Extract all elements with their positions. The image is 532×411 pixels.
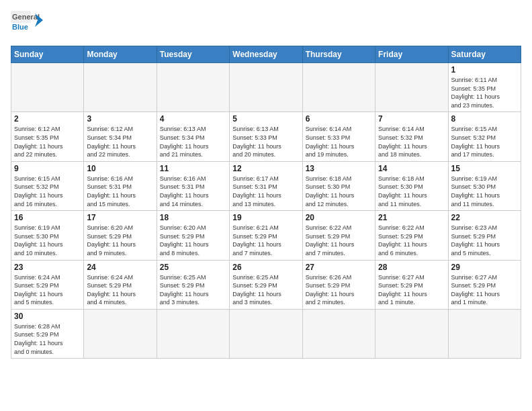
day-number: 20 xyxy=(306,213,372,222)
calendar-week-row: 30Sunrise: 6:28 AM Sunset: 5:29 PM Dayli… xyxy=(11,309,521,358)
day-info: Sunrise: 6:17 AM Sunset: 5:31 PM Dayligh… xyxy=(232,175,299,208)
day-number: 29 xyxy=(451,263,518,272)
day-info: Sunrise: 6:22 AM Sunset: 5:29 PM Dayligh… xyxy=(378,224,445,257)
calendar-cell: 13Sunrise: 6:18 AM Sunset: 5:30 PM Dayli… xyxy=(302,161,375,210)
day-number: 6 xyxy=(306,114,372,124)
calendar-week-row: 23Sunrise: 6:24 AM Sunset: 5:29 PM Dayli… xyxy=(11,260,521,309)
calendar-cell: 21Sunrise: 6:22 AM Sunset: 5:29 PM Dayli… xyxy=(375,211,448,260)
day-number: 28 xyxy=(378,263,445,272)
day-number: 24 xyxy=(87,263,153,272)
day-info: Sunrise: 6:16 AM Sunset: 5:31 PM Dayligh… xyxy=(160,175,226,208)
calendar-cell: 3Sunrise: 6:12 AM Sunset: 5:34 PM Daylig… xyxy=(84,112,157,161)
day-info: Sunrise: 6:11 AM Sunset: 5:35 PM Dayligh… xyxy=(451,76,518,109)
calendar-cell: 27Sunrise: 6:26 AM Sunset: 5:29 PM Dayli… xyxy=(302,260,375,309)
calendar-cell: 26Sunrise: 6:25 AM Sunset: 5:29 PM Dayli… xyxy=(230,260,302,309)
calendar-cell xyxy=(448,309,521,358)
calendar-cell xyxy=(84,309,157,358)
day-number: 27 xyxy=(306,263,372,272)
day-info: Sunrise: 6:19 AM Sunset: 5:30 PM Dayligh… xyxy=(451,175,518,208)
day-number: 4 xyxy=(160,114,226,124)
calendar-cell: 22Sunrise: 6:23 AM Sunset: 5:29 PM Dayli… xyxy=(448,211,521,260)
day-number: 9 xyxy=(14,164,81,173)
day-number: 22 xyxy=(451,213,518,222)
calendar-cell: 17Sunrise: 6:20 AM Sunset: 5:29 PM Dayli… xyxy=(84,211,157,260)
day-info: Sunrise: 6:25 AM Sunset: 5:29 PM Dayligh… xyxy=(160,273,226,307)
day-number: 7 xyxy=(378,114,445,124)
day-info: Sunrise: 6:27 AM Sunset: 5:29 PM Dayligh… xyxy=(451,273,518,307)
header: General Blue xyxy=(11,11,521,38)
calendar-cell: 19Sunrise: 6:21 AM Sunset: 5:29 PM Dayli… xyxy=(230,211,302,260)
day-number: 30 xyxy=(14,312,81,321)
calendar-cell: 23Sunrise: 6:24 AM Sunset: 5:29 PM Dayli… xyxy=(11,260,84,309)
day-info: Sunrise: 6:12 AM Sunset: 5:34 PM Dayligh… xyxy=(87,125,153,158)
calendar-cell: 4Sunrise: 6:13 AM Sunset: 5:34 PM Daylig… xyxy=(157,112,229,161)
day-info: Sunrise: 6:20 AM Sunset: 5:29 PM Dayligh… xyxy=(160,224,226,257)
calendar-cell xyxy=(11,63,84,112)
calendar-cell: 6Sunrise: 6:14 AM Sunset: 5:33 PM Daylig… xyxy=(302,112,375,161)
logo: General Blue xyxy=(11,11,43,38)
day-number: 14 xyxy=(378,164,445,173)
day-info: Sunrise: 6:24 AM Sunset: 5:29 PM Dayligh… xyxy=(87,273,153,307)
day-number: 25 xyxy=(160,263,226,272)
day-info: Sunrise: 6:23 AM Sunset: 5:29 PM Dayligh… xyxy=(451,224,518,257)
weekday-friday: Friday xyxy=(375,46,448,63)
calendar-cell: 8Sunrise: 6:15 AM Sunset: 5:32 PM Daylig… xyxy=(448,112,521,161)
day-info: Sunrise: 6:28 AM Sunset: 5:29 PM Dayligh… xyxy=(14,322,81,356)
calendar-cell: 15Sunrise: 6:19 AM Sunset: 5:30 PM Dayli… xyxy=(448,161,521,210)
day-number: 16 xyxy=(14,213,81,222)
calendar-cell xyxy=(302,63,375,112)
day-info: Sunrise: 6:12 AM Sunset: 5:35 PM Dayligh… xyxy=(14,125,81,158)
day-number: 8 xyxy=(451,114,518,124)
day-number: 10 xyxy=(87,164,153,173)
weekday-header-row: SundayMondayTuesdayWednesdayThursdayFrid… xyxy=(11,46,521,63)
calendar-cell: 7Sunrise: 6:14 AM Sunset: 5:32 PM Daylig… xyxy=(375,112,448,161)
day-number: 2 xyxy=(14,114,81,124)
day-number: 3 xyxy=(87,114,153,124)
calendar-cell: 28Sunrise: 6:27 AM Sunset: 5:29 PM Dayli… xyxy=(375,260,448,309)
calendar-week-row: 9Sunrise: 6:15 AM Sunset: 5:32 PM Daylig… xyxy=(11,161,521,210)
calendar-cell xyxy=(157,309,229,358)
day-info: Sunrise: 6:26 AM Sunset: 5:29 PM Dayligh… xyxy=(306,273,372,307)
day-number: 21 xyxy=(378,213,445,222)
day-number: 19 xyxy=(232,213,299,222)
calendar-week-row: 1Sunrise: 6:11 AM Sunset: 5:35 PM Daylig… xyxy=(11,63,521,112)
weekday-thursday: Thursday xyxy=(302,46,375,63)
calendar-cell xyxy=(157,63,229,112)
day-number: 18 xyxy=(160,213,226,222)
day-number: 17 xyxy=(87,213,153,222)
calendar-cell: 25Sunrise: 6:25 AM Sunset: 5:29 PM Dayli… xyxy=(157,260,229,309)
day-info: Sunrise: 6:22 AM Sunset: 5:29 PM Dayligh… xyxy=(306,224,372,257)
day-info: Sunrise: 6:25 AM Sunset: 5:29 PM Dayligh… xyxy=(232,273,299,307)
calendar-cell: 29Sunrise: 6:27 AM Sunset: 5:29 PM Dayli… xyxy=(448,260,521,309)
weekday-sunday: Sunday xyxy=(11,46,84,63)
day-number: 13 xyxy=(306,164,372,173)
calendar-cell: 11Sunrise: 6:16 AM Sunset: 5:31 PM Dayli… xyxy=(157,161,229,210)
day-info: Sunrise: 6:15 AM Sunset: 5:32 PM Dayligh… xyxy=(14,175,81,208)
day-info: Sunrise: 6:20 AM Sunset: 5:29 PM Dayligh… xyxy=(87,224,153,257)
calendar-week-row: 2Sunrise: 6:12 AM Sunset: 5:35 PM Daylig… xyxy=(11,112,521,161)
calendar-cell xyxy=(302,309,375,358)
day-info: Sunrise: 6:19 AM Sunset: 5:30 PM Dayligh… xyxy=(14,224,81,257)
day-info: Sunrise: 6:24 AM Sunset: 5:29 PM Dayligh… xyxy=(14,273,81,307)
day-number: 26 xyxy=(232,263,299,272)
day-number: 5 xyxy=(232,114,299,124)
day-info: Sunrise: 6:27 AM Sunset: 5:29 PM Dayligh… xyxy=(378,273,445,307)
calendar-cell: 24Sunrise: 6:24 AM Sunset: 5:29 PM Dayli… xyxy=(84,260,157,309)
calendar-cell: 30Sunrise: 6:28 AM Sunset: 5:29 PM Dayli… xyxy=(11,309,84,358)
day-number: 1 xyxy=(451,65,518,75)
calendar-cell xyxy=(375,63,448,112)
day-number: 11 xyxy=(160,164,226,173)
day-number: 15 xyxy=(451,164,518,173)
calendar-cell xyxy=(230,63,302,112)
day-info: Sunrise: 6:16 AM Sunset: 5:31 PM Dayligh… xyxy=(87,175,153,208)
calendar-cell: 14Sunrise: 6:18 AM Sunset: 5:30 PM Dayli… xyxy=(375,161,448,210)
calendar-cell: 2Sunrise: 6:12 AM Sunset: 5:35 PM Daylig… xyxy=(11,112,84,161)
day-info: Sunrise: 6:18 AM Sunset: 5:30 PM Dayligh… xyxy=(306,175,372,208)
calendar-cell: 20Sunrise: 6:22 AM Sunset: 5:29 PM Dayli… xyxy=(302,211,375,260)
calendar: SundayMondayTuesdayWednesdayThursdayFrid… xyxy=(11,46,521,359)
day-info: Sunrise: 6:15 AM Sunset: 5:32 PM Dayligh… xyxy=(451,125,518,158)
calendar-cell: 9Sunrise: 6:15 AM Sunset: 5:32 PM Daylig… xyxy=(11,161,84,210)
calendar-cell xyxy=(84,63,157,112)
day-number: 12 xyxy=(232,164,299,173)
calendar-cell: 10Sunrise: 6:16 AM Sunset: 5:31 PM Dayli… xyxy=(84,161,157,210)
